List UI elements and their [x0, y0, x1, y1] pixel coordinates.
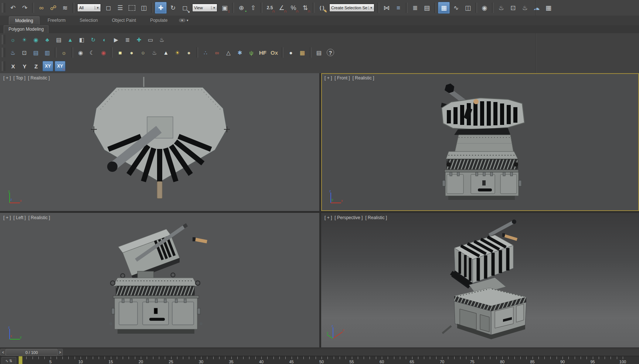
sphere-light-icon[interactable]: ●	[184, 47, 194, 58]
select-object-icon[interactable]: ◻	[103, 2, 114, 13]
toolbar-drag-handle[interactable]	[2, 3, 5, 13]
viewport-canvas-front[interactable]	[321, 73, 639, 211]
rectangular-selection-region-icon[interactable]	[126, 2, 137, 13]
grass-icon[interactable]: ψ	[246, 47, 256, 58]
selection-filter-dropdown[interactable]: All▾	[77, 4, 101, 12]
snaps-use-axis-constraints[interactable]: XY∩	[55, 61, 65, 71]
time-slider-handle[interactable]: 0 / 100	[6, 349, 58, 356]
edit-named-selection-sets-icon[interactable]: { }✎	[316, 2, 327, 13]
light-lister-icon[interactable]: ☼	[59, 47, 69, 58]
hairball-icon[interactable]: Ox	[269, 47, 279, 58]
cone-icon[interactable]: ▲	[161, 47, 171, 58]
texture-palette-icon[interactable]: ▦	[297, 47, 307, 58]
viewport-canvas-top[interactable]	[0, 73, 319, 211]
next-frame-button[interactable]: >	[57, 349, 63, 356]
time-slider-track[interactable]	[0, 348, 639, 356]
bind-to-space-warp-icon[interactable]: ≋	[60, 2, 71, 13]
viewport-menu-shading[interactable]: [ Realistic ]	[28, 215, 50, 220]
tab-freeform[interactable]: Freeform	[42, 16, 72, 24]
camera-add-icon[interactable]: ✚	[134, 34, 144, 45]
rendered-frame-window-icon[interactable]: ⊡	[507, 2, 519, 13]
help-icon[interactable]: ?	[325, 47, 336, 58]
shading-icon[interactable]: ◐	[99, 34, 110, 45]
unlink-selection-icon[interactable]: ☍	[48, 2, 59, 13]
teapot-icon[interactable]: ♨	[157, 34, 167, 45]
viewport-menu-plus[interactable]: [ + ]	[3, 75, 11, 81]
select-and-move-icon[interactable]: ✚	[155, 2, 167, 14]
tree-icon[interactable]: ▲	[65, 34, 75, 45]
toolbar-drag-handle[interactable]	[2, 48, 5, 57]
scatter-icon[interactable]: ∴	[200, 47, 211, 58]
cloud-fx-icon[interactable]: ✱	[235, 47, 245, 58]
viewport-menu-view[interactable]: [ Perspective ]	[334, 215, 363, 220]
select-and-manipulate-icon[interactable]: ⊕•	[236, 2, 247, 13]
tower-icon[interactable]: △	[223, 47, 234, 58]
track-bar-ruler[interactable]: 5101520253035404550556065707580859095100	[0, 356, 639, 364]
spreadsheet-icon[interactable]: ▤	[54, 34, 64, 45]
tab-populate[interactable]: Populate	[144, 16, 173, 24]
light-icon[interactable]: ☼	[8, 34, 18, 45]
panel-polygon-modeling[interactable]: Polygon Modeling	[4, 25, 48, 33]
glass-teapot-icon[interactable]: ♨	[8, 47, 18, 58]
axis-constraint-y[interactable]: Y	[20, 61, 30, 71]
viewport-menu-shading[interactable]: [ Realistic ]	[28, 75, 50, 81]
panel-lister-icon[interactable]: ▥	[42, 47, 52, 58]
scene-explorer-icon[interactable]: ≣	[409, 2, 421, 13]
viewport-menu-view[interactable]: [ Top ]	[13, 75, 25, 81]
snaps-toggle-icon[interactable]: 2.5∩	[264, 2, 275, 13]
sun-positioner-icon[interactable]: ☀	[172, 47, 183, 58]
tab-modeling[interactable]: Modeling	[9, 16, 40, 25]
dome-light-icon[interactable]: ●	[126, 47, 137, 58]
tab-selection[interactable]: Selection	[74, 16, 103, 24]
use-pivot-point-icon[interactable]: ▣↕	[219, 2, 230, 13]
camera-icon[interactable]: ◉	[75, 47, 86, 58]
arc-rotate-icon[interactable]: ↻	[88, 34, 98, 45]
molecule-icon[interactable]: ∞	[212, 47, 222, 58]
hair-fur-icon[interactable]: HF	[258, 47, 268, 58]
material-editor-window-icon[interactable]: ⊡	[19, 47, 30, 58]
viewport-left[interactable]: [ + ] [ Left ] [ Realistic ]	[0, 213, 319, 347]
align-icon[interactable]: ≡	[393, 2, 404, 13]
viewport-menu-view[interactable]: [ Left ]	[13, 215, 26, 220]
schematic-view-icon[interactable]: ◫	[462, 2, 473, 13]
camera-moon-icon[interactable]: ☾	[87, 47, 97, 58]
viewport-perspective[interactable]: [ + ] [ Perspective ] [ Realistic ]	[321, 213, 639, 347]
area-light-icon[interactable]: ■	[115, 47, 125, 58]
red-camera-icon[interactable]: ◉	[98, 47, 109, 58]
viewport-menu-plus[interactable]: [ + ]	[324, 75, 332, 81]
redo-icon[interactable]: ↷	[19, 2, 30, 13]
toolbar-drag-handle[interactable]	[2, 61, 5, 71]
render-production-icon[interactable]: ♨	[519, 2, 530, 13]
render-setup-icon[interactable]: ♨	[496, 2, 507, 13]
tab-object-paint[interactable]: Object Paint	[106, 16, 142, 24]
render-gallery-icon[interactable]: ▦	[543, 2, 554, 13]
axis-constraint-x[interactable]: X	[8, 61, 18, 71]
viewport-canvas-left[interactable]	[0, 213, 319, 347]
axis-constraint-z[interactable]: Z	[31, 61, 41, 71]
select-and-link-icon[interactable]: ∞	[36, 2, 47, 13]
ribbon-toggle-icon[interactable]: ▦	[438, 2, 450, 14]
sequence-icon[interactable]: ≣	[122, 34, 133, 45]
playblast-icon[interactable]: ▶	[111, 34, 121, 45]
viewport-canvas-perspective[interactable]	[321, 213, 639, 347]
safe-frame-icon[interactable]: ▭	[145, 34, 156, 45]
viewport-menu-plus[interactable]: [ + ]	[3, 215, 11, 220]
video-camera-icon[interactable]: ◉	[31, 34, 41, 45]
viewport-front[interactable]: [ + ] [ Front ] [ Realistic ]	[321, 73, 639, 211]
current-frame-marker[interactable]	[18, 356, 23, 364]
foliage-icon[interactable]: ♣	[42, 34, 52, 45]
viewport-menu-plus[interactable]: [ + ]	[324, 215, 332, 220]
angle-snap-icon[interactable]: ∠∩	[276, 2, 287, 13]
viewport-menu-shading[interactable]: [ Realistic ]	[353, 75, 374, 81]
export-list-icon[interactable]: ▤	[314, 47, 324, 58]
mirror-icon[interactable]: ⋈	[381, 2, 392, 13]
material-editor-icon[interactable]: ◉	[479, 2, 490, 13]
chevron-down-icon[interactable]: ▾	[95, 6, 101, 10]
previous-frame-button[interactable]: <	[0, 349, 6, 356]
percent-snap-icon[interactable]: %∩	[288, 2, 299, 13]
disc-light-icon[interactable]: ○	[138, 47, 148, 58]
spinner-snap-icon[interactable]: ⇅∩	[300, 2, 311, 13]
select-by-name-icon[interactable]: ☰	[115, 2, 126, 13]
toolbar-drag-handle[interactable]	[2, 35, 5, 44]
viewport-menu-view[interactable]: [ Front ]	[334, 75, 350, 81]
